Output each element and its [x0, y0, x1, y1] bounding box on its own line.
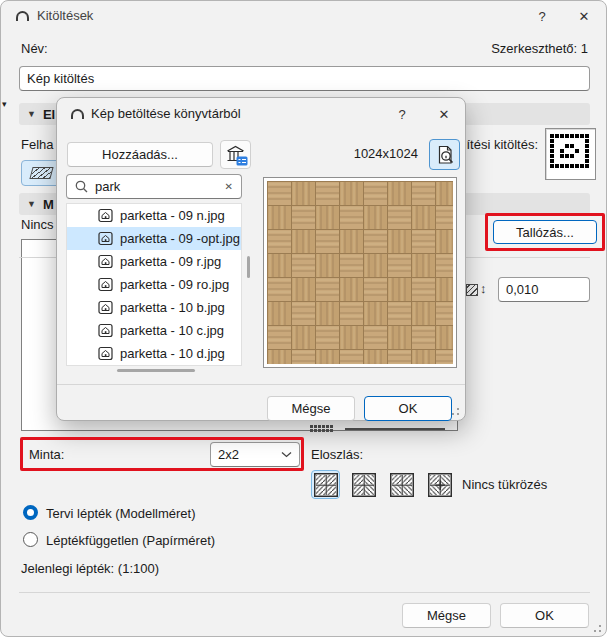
collapse-arrow-icon: ▼: [27, 109, 36, 119]
search-value: park: [95, 179, 218, 194]
collapse-arrow-icon: ▼: [27, 199, 36, 209]
hatch-sample-icon: [29, 167, 53, 179]
list-item[interactable]: parketta - 09 -opt.jpg: [67, 227, 241, 250]
list-item[interactable]: parketta - 09 r.jpg: [67, 250, 241, 273]
cancel-button[interactable]: Mégse: [402, 603, 491, 628]
image-fill-pattern-preview: [545, 128, 596, 180]
list-item[interactable]: parketta - 09 n.jpg: [67, 204, 241, 227]
usage-label: Felha: [21, 137, 54, 152]
dialog-title: Kitöltések: [37, 8, 93, 23]
covered-ui-fragment: [310, 425, 334, 433]
file-name: parketta - 10 c.jpg: [120, 323, 224, 338]
title-bar[interactable]: Kitöltések ? ✕: [1, 1, 607, 31]
archicad-logo-icon: [71, 109, 84, 119]
image-size-label: 1024x1024: [354, 146, 418, 161]
distribution-mirror-y-button[interactable]: [387, 470, 416, 499]
list-item[interactable]: parketta - 10 b.jpg: [67, 296, 241, 319]
load-image-dialog: Kép betöltése könyvtárból ? ✕ Hozzáadás.…: [56, 97, 466, 421]
section-pattern-label: M: [43, 197, 54, 212]
divider: [57, 384, 465, 385]
image-file-icon: [98, 208, 113, 223]
preview-info-icon: [433, 143, 457, 167]
divider: [19, 592, 590, 593]
usage-fill-toggle[interactable]: [21, 160, 61, 186]
image-file-icon: [98, 277, 113, 292]
distribution-mirror-x-button[interactable]: [349, 470, 378, 499]
help-icon[interactable]: ?: [389, 103, 415, 125]
distribution-mirror-both-icon: [428, 473, 452, 497]
spacing-input[interactable]: 0,010: [498, 277, 590, 302]
distribution-no-mirror-icon: [314, 473, 338, 497]
distribution-mirror-both-button[interactable]: [425, 470, 454, 499]
horizontal-scrollbar[interactable]: [117, 369, 195, 372]
distribution-label: Eloszlás:: [311, 447, 363, 462]
add-button[interactable]: Hozzáadás...: [67, 142, 213, 167]
file-list[interactable]: parketta - 09 n.jpgparketta - 09 -opt.jp…: [66, 203, 242, 366]
simplified-fill-label: ítési kitöltés:: [466, 137, 538, 152]
ok-button[interactable]: OK: [500, 603, 589, 628]
image-preview: [263, 177, 457, 368]
image-file-icon: [98, 346, 113, 361]
archicad-logo-icon: [16, 11, 29, 21]
ok-button-label: OK: [535, 608, 554, 623]
add-button-label: Hozzáadás...: [102, 147, 178, 162]
help-icon[interactable]: ?: [529, 5, 555, 27]
search-input[interactable]: park ✕: [66, 174, 242, 199]
modal-cancel-label: Mégse: [291, 401, 330, 416]
fills-dialog: Kitöltések ? ✕ ▾ Név: Szerkeszthető: 1 K…: [0, 0, 607, 637]
radio-paper-scale-label: Léptékfüggetlen (Papírméret): [46, 533, 215, 548]
mirror-status-label: Nincs tükrözés: [462, 477, 547, 492]
modal-ok-label: OK: [399, 401, 418, 416]
list-item[interactable]: parketta - 10 c.jpg: [67, 319, 241, 342]
bitmap-pattern-icon: [546, 129, 595, 174]
no-preview-label: Nincs: [21, 217, 54, 232]
name-label: Név:: [21, 41, 48, 56]
spacing-value: 0,010: [506, 282, 539, 297]
distribution-mirror-y-icon: [390, 473, 414, 497]
search-icon: [75, 180, 88, 193]
editable-count-label: Szerkeszthető: 1: [491, 41, 588, 56]
image-file-icon: [98, 231, 113, 246]
covered-slider-fragment: [345, 428, 445, 430]
distribution-no-mirror-button[interactable]: [311, 470, 340, 499]
clear-icon[interactable]: ✕: [225, 181, 233, 192]
library-button[interactable]: [220, 140, 251, 169]
modal-title: Kép betöltése könyvtárból: [91, 106, 241, 121]
chevron-down-icon: ▾: [2, 99, 7, 109]
file-name: parketta - 09 r.jpg: [120, 254, 221, 269]
file-name: parketta - 10 d.jpg: [120, 346, 225, 361]
screenshot: Kitöltések ? ✕ ▾ Név: Szerkeszthető: 1 K…: [0, 0, 607, 637]
radio-model-scale-label: Tervi lépték (Modellméret): [46, 506, 196, 521]
radio-model-scale[interactable]: [23, 505, 38, 520]
resize-grip[interactable]: [594, 625, 603, 634]
list-item[interactable]: parketta - 10 d.jpg: [67, 342, 241, 365]
preview-toggle-button[interactable]: [429, 139, 460, 170]
distribution-mirror-x-icon: [352, 473, 376, 497]
file-name: parketta - 09 ro.jpg: [120, 277, 229, 292]
radio-paper-scale[interactable]: [23, 532, 38, 547]
fill-name-value: Kép kitöltés: [27, 71, 94, 86]
modal-ok-button[interactable]: OK: [364, 396, 452, 421]
image-file-icon: [98, 254, 113, 269]
highlight-sample-row: [20, 437, 304, 471]
close-icon[interactable]: ✕: [571, 5, 597, 27]
fill-name-input[interactable]: Kép kitöltés: [19, 66, 590, 91]
highlight-browse: [485, 213, 605, 251]
section-availability-label: El: [43, 107, 55, 122]
close-icon[interactable]: ✕: [431, 103, 457, 125]
resize-grip[interactable]: [452, 408, 461, 417]
modal-cancel-button[interactable]: Mégse: [267, 396, 355, 421]
updown-arrow-icon: ↕: [480, 281, 487, 296]
hatch-sample-icon: [466, 284, 478, 296]
vertical-scrollbar[interactable]: [247, 256, 250, 278]
parquet-texture: [267, 181, 453, 364]
file-name: parketta - 10 b.jpg: [120, 300, 225, 315]
library-add-icon: [224, 143, 248, 167]
file-name: parketta - 09 -opt.jpg: [120, 231, 240, 246]
list-item[interactable]: parketta - 09 ro.jpg: [67, 273, 241, 296]
file-name: parketta - 09 n.jpg: [120, 208, 225, 223]
cancel-button-label: Mégse: [427, 608, 466, 623]
image-file-icon: [98, 323, 113, 338]
modal-title-bar[interactable]: Kép betöltése könyvtárból ? ✕: [57, 98, 465, 128]
image-file-icon: [98, 300, 113, 315]
